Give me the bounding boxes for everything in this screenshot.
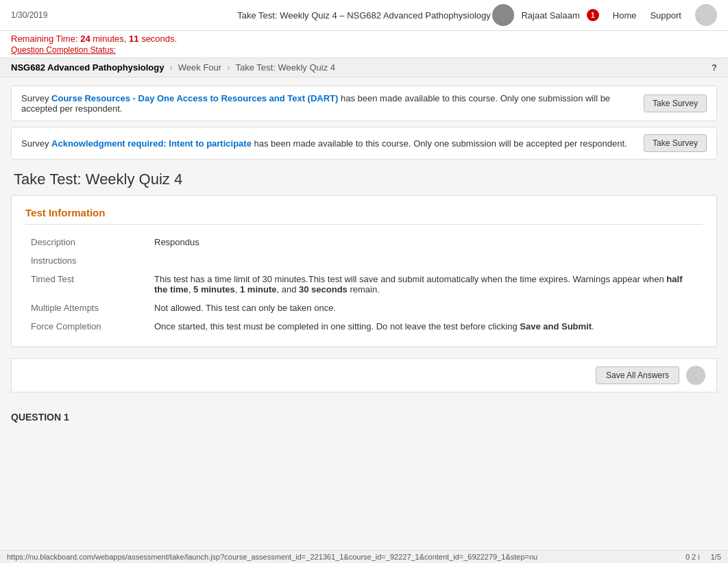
breadcrumb-course[interactable]: NSG682 Advanced Pathophysiology [11,62,164,73]
take-survey-button-2[interactable]: Take Survey [644,134,707,152]
timed-value: This test has a time limit of 30 minutes… [149,270,703,299]
main-content: Survey Course Resources - Day One Access… [0,77,728,436]
take-test-title: Take Test: Weekly Quiz 4 [11,171,717,188]
top-bar: 1/30/2019 Take Test: Weekly Quiz 4 – NSG… [0,0,728,31]
secondary-header: Remaining Time: 24 minutes, 11 seconds. … [0,31,728,58]
test-info-card: Test Information Description Respondus I… [11,195,717,347]
settings-icon[interactable] [695,4,717,26]
description-label: Description [25,233,149,251]
survey-bar-2: Survey Acknowledgment required: Intent t… [11,127,717,160]
test-info-heading: Test Information [25,207,703,225]
remaining-time: Remaining Time: 24 minutes, 11 seconds. [11,34,177,44]
help-icon[interactable]: ? [712,62,717,73]
table-row-description: Description Respondus [25,233,703,251]
survey-text-1: Survey Course Resources - Day One Access… [21,93,630,114]
timed-label: Timed Test [25,270,149,299]
survey-text-2: Survey Acknowledgment required: Intent t… [21,138,630,149]
remaining-label: Remaining Time: [11,34,78,44]
description-value: Respondus [149,233,703,251]
force-label: Force Completion [25,317,149,336]
survey-bar-1: Survey Course Resources - Day One Access… [11,86,717,121]
home-support-nav: Home Support [606,8,688,23]
notification-badge[interactable]: 1 [587,9,599,21]
survey-link-2[interactable]: Acknowledgment required: Intent to parti… [51,138,252,149]
page-title: Take Test: Weekly Quiz 4 – NSG682 Advanc… [237,10,491,21]
home-button[interactable]: Home [606,8,644,23]
question-completion-status[interactable]: Question Completion Status: [11,45,177,55]
breadcrumb-quiz[interactable]: Take Test: Weekly Quiz 4 [236,62,335,73]
seconds-value: 11 [129,34,138,44]
instructions-label: Instructions [25,251,149,270]
question-section: QUESTION 1 [11,401,717,428]
survey-suffix-2: has been made available to this course. … [254,138,627,149]
multiple-value: Not allowed. This test can only be taken… [149,299,703,317]
minutes-label: minutes, [93,34,126,44]
table-row-force: Force Completion Once started, this test… [25,317,703,336]
timer-section: Remaining Time: 24 minutes, 11 seconds. … [11,34,177,55]
bottom-toolbar: Save All Answers [11,358,717,392]
breadcrumb-sep-2: › [227,62,230,73]
force-value: Once started, this test must be complete… [149,317,703,336]
survey-link-1[interactable]: Course Resources - Day One Access to Res… [51,93,338,103]
table-row-multiple: Multiple Attempts Not allowed. This test… [25,299,703,317]
breadcrumb: NSG682 Advanced Pathophysiology › Week F… [0,58,728,77]
table-row-timed: Timed Test This test has a time limit of… [25,270,703,299]
breadcrumb-sep-1: › [169,62,172,73]
seconds-label: seconds. [141,34,177,44]
table-row-instructions: Instructions [25,251,703,270]
support-button[interactable]: Support [643,8,688,23]
date-label: 1/30/2019 [11,10,47,20]
minutes-value: 24 [80,34,90,44]
top-bar-right: Rajaat Salaam 1 Home Support [492,4,717,26]
instructions-value [149,251,703,270]
breadcrumb-week[interactable]: Week Four [178,62,221,73]
question-heading: QUESTION 1 [11,412,717,423]
user-name: Rajaat Salaam [521,10,579,21]
survey-prefix-1: Survey [21,93,51,103]
test-info-table: Description Respondus Instructions Timed… [25,233,703,336]
save-all-button[interactable]: Save All Answers [596,366,679,384]
take-survey-button-1[interactable]: Take Survey [644,95,707,112]
survey-prefix-2: Survey [21,138,51,149]
submit-icon[interactable] [686,366,705,385]
avatar [492,4,514,26]
multiple-label: Multiple Attempts [25,299,149,317]
